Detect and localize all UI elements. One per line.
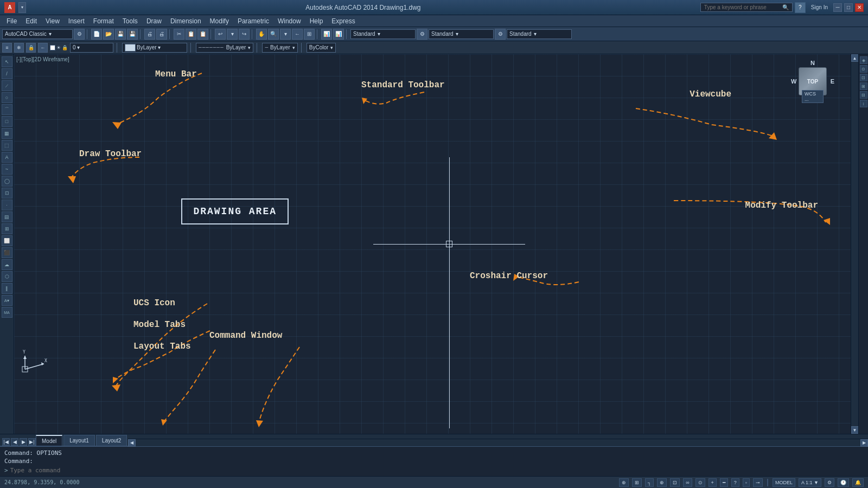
scroll-down-btn[interactable]: ▼: [851, 426, 859, 434]
draw-hatch-btn[interactable]: ▦: [2, 128, 12, 139]
ducs-btn[interactable]: ⊙: [695, 478, 705, 487]
draw-point-btn[interactable]: ·: [2, 200, 12, 210]
style-manage1-btn[interactable]: ⚙: [417, 29, 427, 40]
zoom-drop-btn[interactable]: ▾: [280, 29, 291, 40]
am-btn[interactable]: ⊸: [753, 478, 763, 487]
snap-btn[interactable]: ⊕: [619, 478, 629, 487]
zoom-btn[interactable]: 🔍: [268, 29, 279, 40]
text-style-btn[interactable]: A▾: [2, 295, 12, 306]
layer-frozen-btn[interactable]: ❄: [14, 43, 24, 53]
style-dropdown3[interactable]: Standard ▾: [507, 29, 572, 39]
redo-btn[interactable]: ↪: [239, 29, 250, 40]
viewcube[interactable]: N S E W TOP WCS ...: [791, 60, 834, 125]
layer-name-dropdown[interactable]: 0 ▾: [70, 43, 113, 53]
copy-btn[interactable]: 📋: [186, 29, 196, 40]
draw-insert-btn[interactable]: ⊡: [2, 188, 12, 198]
draw-text-btn[interactable]: A: [2, 152, 12, 163]
menu-dimension[interactable]: Dimension: [166, 16, 206, 26]
tab-nav-next[interactable]: ▶: [20, 438, 27, 446]
menu-express[interactable]: Express: [327, 16, 359, 26]
draw-table-btn[interactable]: ⊞: [2, 223, 12, 234]
sc-btn[interactable]: ▫: [743, 478, 750, 487]
tab-nav-last[interactable]: ▶|: [28, 438, 36, 446]
draw-region-btn[interactable]: ⬚: [2, 140, 12, 151]
draw-3d-btn[interactable]: ⬡: [2, 271, 12, 282]
minimize-btn[interactable]: ─: [833, 3, 842, 12]
notify-btn[interactable]: 🔔: [852, 478, 864, 487]
clock-btn[interactable]: 🕐: [838, 478, 849, 487]
scroll-right-btn[interactable]: ▶: [860, 439, 868, 447]
cut-btn[interactable]: ✂: [174, 29, 184, 40]
print-preview-btn[interactable]: 🖨: [156, 29, 167, 40]
lineweight-dropdown[interactable]: ─ ByLayer ▾: [262, 43, 297, 53]
layer-prev-btn[interactable]: ←: [38, 43, 48, 53]
zoom-prev-btn[interactable]: ←: [292, 29, 303, 40]
grid-btn[interactable]: ⊞: [632, 478, 642, 487]
right-scrollbar[interactable]: ▲ ▼: [851, 54, 858, 434]
draw-gradient-btn[interactable]: ▤: [2, 211, 12, 222]
search-input[interactable]: [704, 4, 780, 10]
workspace-dropdown[interactable]: AutoCAD Classic ▾: [2, 29, 73, 39]
properties-btn[interactable]: 📊: [321, 29, 332, 40]
scroll-up-btn[interactable]: ▲: [851, 54, 859, 62]
model-label[interactable]: MODEL: [773, 478, 795, 487]
command-input[interactable]: [10, 467, 864, 474]
print-btn[interactable]: 🖨: [144, 29, 155, 40]
style-dropdown1[interactable]: Standard ▾: [350, 29, 416, 39]
tab-nav-first[interactable]: |◀: [2, 438, 10, 446]
outer-right-btn1[interactable]: ◈: [860, 56, 867, 64]
menu-file[interactable]: File: [2, 16, 21, 26]
outer-right-btn4[interactable]: ⊞: [860, 82, 867, 90]
tab-layout2[interactable]: Layout2: [96, 435, 127, 446]
outer-right-btn5[interactable]: ⊟: [860, 91, 867, 99]
save-btn[interactable]: 💾: [115, 29, 126, 40]
scale-label[interactable]: A 1:1 ▼: [799, 478, 821, 487]
tab-layout1[interactable]: Layout1: [63, 435, 95, 446]
draw-line-btn[interactable]: /: [2, 68, 12, 79]
settings-btn[interactable]: ⚙: [825, 478, 834, 487]
qp-btn[interactable]: ?: [731, 478, 739, 487]
matchprop-btn[interactable]: 📊: [333, 29, 344, 40]
menu-view[interactable]: View: [41, 16, 64, 26]
layer-lock-btn[interactable]: 🔒: [26, 43, 36, 53]
draw-ellipse-btn[interactable]: ◯: [2, 176, 12, 187]
otrack-btn[interactable]: ∞: [683, 478, 692, 487]
menu-modify[interactable]: Modify: [206, 16, 233, 26]
osnap-btn[interactable]: ⊡: [670, 478, 680, 487]
close-btn[interactable]: ✕: [855, 3, 864, 12]
undo-drop-btn[interactable]: ▾: [227, 29, 238, 40]
draw-wblock-btn[interactable]: ⬜: [2, 235, 12, 246]
mtext-btn[interactable]: MA: [2, 307, 12, 318]
menu-draw[interactable]: Draw: [142, 16, 166, 26]
outer-right-btn6[interactable]: ↕: [860, 100, 867, 107]
style-dropdown2[interactable]: Standard ▾: [429, 29, 494, 39]
wcs-label[interactable]: WCS ...: [802, 90, 824, 103]
draw-rect-btn[interactable]: □: [2, 116, 12, 127]
plotstyle-dropdown[interactable]: ByColor ▾: [307, 43, 336, 53]
draw-viewport-btn[interactable]: ⬛: [2, 247, 12, 258]
pan-btn[interactable]: ✋: [256, 29, 267, 40]
sign-in-btn[interactable]: Sign In: [808, 4, 831, 10]
draw-circle-btn[interactable]: ○: [2, 92, 12, 103]
select-btn[interactable]: ↖: [2, 56, 12, 67]
style-manage2-btn[interactable]: ⚙: [495, 29, 506, 40]
outer-right-btn3[interactable]: ⊡: [860, 74, 867, 81]
menu-tools[interactable]: Tools: [118, 16, 142, 26]
undo-btn[interactable]: ↩: [215, 29, 226, 40]
lineweight-btn[interactable]: ━: [720, 478, 728, 487]
menu-format[interactable]: Format: [89, 16, 118, 26]
outer-right-btn2[interactable]: ⊙: [860, 65, 867, 73]
dyn-btn[interactable]: +: [709, 478, 717, 487]
draw-arc-btn[interactable]: ⌒: [2, 104, 12, 115]
menu-insert[interactable]: Insert: [64, 16, 89, 26]
draw-spline-btn[interactable]: ~: [2, 164, 12, 175]
maximize-btn[interactable]: □: [844, 3, 853, 12]
polar-btn[interactable]: ⊕: [657, 478, 667, 487]
new-btn[interactable]: 📄: [91, 29, 102, 40]
tab-nav-prev[interactable]: ◀: [11, 438, 18, 446]
color-bylayer-dropdown[interactable]: ByLayer ▾: [122, 43, 187, 53]
paste-btn[interactable]: 📋: [197, 29, 208, 40]
linetype-dropdown[interactable]: ─────── ByLayer ▾: [196, 43, 253, 53]
draw-mline-btn[interactable]: ‖: [2, 283, 12, 294]
tab-model[interactable]: Model: [36, 435, 62, 446]
